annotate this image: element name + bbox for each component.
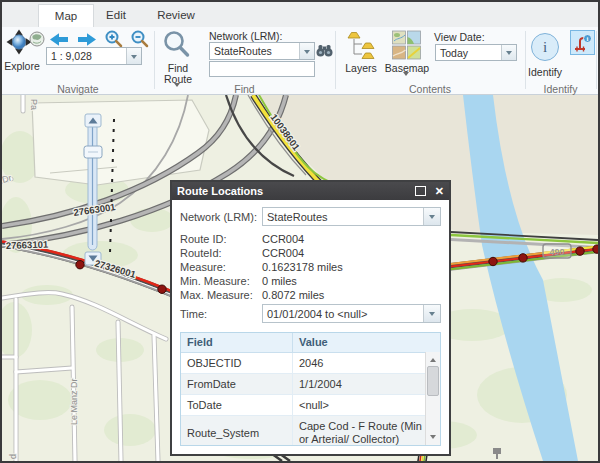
scroll-up-icon[interactable] (426, 352, 440, 365)
maximize-icon[interactable] (415, 186, 426, 196)
layers-label: Layers (340, 63, 382, 74)
group-label-contents: Contents (335, 83, 525, 95)
find-route-button[interactable] (162, 30, 192, 60)
binoculars-icon (316, 42, 333, 58)
tab-review[interactable]: Review (148, 4, 204, 28)
route-shield: 490 (543, 244, 571, 258)
tab-map[interactable]: Map (38, 4, 94, 29)
dialog-body: Network (LRM): StateRoutes Route ID:CCR0… (172, 200, 449, 454)
network-lrm-combobox[interactable]: StateRoutes (209, 42, 315, 60)
event-editor-window: Map Edit Review Explore (0, 0, 600, 463)
svg-text:27663101: 27663101 (6, 239, 49, 251)
attribute-table: Field Value OBJECTID 2046 FromDate 1/1/2… (180, 332, 441, 446)
svg-text:d: d (8, 454, 18, 459)
route-locations-dialog: Route Locations ✕ Network (LRM): StateRo… (170, 180, 451, 456)
column-header-value: Value (293, 333, 440, 352)
table-scrollbar[interactable] (425, 352, 440, 445)
network-lrm-label: Network (LRM): (209, 30, 283, 42)
explore-label: Explore (2, 61, 42, 72)
table-row[interactable]: OBJECTID 2046 (181, 353, 440, 374)
globe-icon (29, 31, 45, 47)
group-label-navigate: Navigate (2, 83, 154, 95)
scrollbar-thumb[interactable] (427, 366, 439, 396)
layers-button[interactable] (346, 29, 376, 61)
max-measure-value: 0.8072 miles (262, 289, 324, 301)
route-id-input[interactable] (209, 61, 315, 77)
identify-i-icon: i (543, 39, 547, 56)
close-icon[interactable]: ✕ (435, 186, 444, 197)
time-label: Time: (180, 308, 262, 320)
scroll-down-icon[interactable] (426, 432, 440, 445)
route-info-icon: i (573, 33, 593, 53)
view-date-value: Today (436, 45, 501, 60)
table-row[interactable]: Route_System Cape Cod - F Route (Minor A… (181, 416, 440, 446)
dropdown-arrow-icon[interactable] (126, 48, 141, 64)
group-divider (154, 31, 155, 89)
group-divider (525, 31, 526, 89)
full-extent-button[interactable] (29, 31, 45, 51)
svg-text:Le Manz Dr: Le Manz Dr (69, 378, 79, 425)
dialog-network-value: StateRoutes (263, 208, 423, 225)
routeid-label: RouteId: (180, 247, 262, 259)
tab-edit[interactable]: Edit (94, 4, 138, 28)
max-measure-label: Max. Measure: (180, 289, 262, 301)
svg-text:i: i (586, 35, 588, 42)
dialog-titlebar[interactable]: Route Locations ✕ (172, 182, 449, 200)
arrow-right-icon (76, 32, 98, 47)
svg-text:Pa: Pa (29, 99, 39, 110)
zoom-out-icon (130, 29, 150, 48)
time-combobox[interactable]: 01/01/2004 to <null> (262, 304, 441, 323)
routeid-value: CCR004 (262, 247, 304, 259)
group-label-find: Find (154, 83, 335, 95)
identify-label: Identify (524, 67, 566, 78)
arrow-left-icon (48, 32, 70, 47)
dropdown-arrow-icon[interactable] (501, 45, 516, 60)
identify-route-locations-button[interactable]: i (570, 30, 595, 55)
min-measure-label: Min. Measure: (180, 275, 262, 287)
svg-text:490: 490 (549, 247, 564, 257)
basemap-icon (392, 29, 421, 60)
view-date-combobox[interactable]: Today (435, 44, 517, 61)
time-value: 01/01/2004 to <null> (263, 305, 423, 322)
table-row[interactable]: ToDate <null> (181, 395, 440, 416)
network-lrm-value: StateRoutes (210, 43, 299, 59)
basemap-button[interactable] (392, 29, 422, 61)
group-divider (335, 31, 336, 89)
scale-combobox[interactable]: 1 : 9,028 (46, 47, 142, 65)
measure-label: Measure: (180, 261, 262, 273)
group-divider (596, 31, 597, 89)
dropdown-arrow-icon[interactable] (299, 43, 314, 59)
find-route-icon (162, 30, 191, 59)
find-button[interactable] (316, 42, 333, 62)
table-header: Field Value (181, 333, 440, 353)
table-row[interactable]: FromDate 1/1/2004 (181, 374, 440, 395)
dropdown-arrow-icon[interactable] (423, 208, 440, 225)
min-measure-value: 0 miles (262, 275, 297, 287)
layers-icon (346, 29, 375, 60)
group-label-identify: Identify (525, 83, 596, 95)
route-id-value: CCR004 (262, 233, 304, 245)
network-label: Network (LRM): (180, 211, 262, 223)
dialog-network-combobox[interactable]: StateRoutes (262, 207, 441, 226)
scale-value: 1 : 9,028 (47, 48, 126, 64)
zoom-in-icon (104, 29, 124, 48)
dropdown-arrow-icon[interactable] (423, 305, 440, 322)
ribbon: Explore (2, 27, 598, 95)
measure-value: 0.1623178 miles (262, 261, 343, 273)
view-date-label: View Date: (434, 31, 485, 43)
ribbon-tabstrip: Map Edit Review (2, 2, 598, 28)
column-header-field: Field (181, 333, 293, 352)
route-id-label: Route ID: (180, 233, 262, 245)
identify-button[interactable]: i (531, 33, 559, 61)
dialog-title: Route Locations (177, 185, 415, 197)
